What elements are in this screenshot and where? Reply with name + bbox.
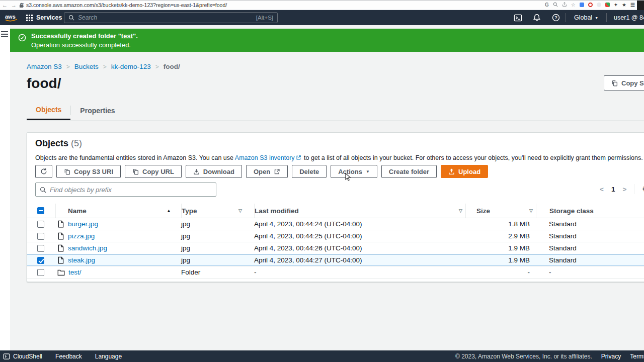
table-row[interactable]: pizza.jpgjpgApril 4, 2023, 00:44:25 (UTC…	[27, 230, 644, 242]
cloudshell-icon[interactable]	[508, 10, 527, 25]
breadcrumb-buckets[interactable]: Buckets	[74, 63, 99, 70]
download-button[interactable]: Download	[186, 165, 242, 178]
row-checkbox[interactable]	[37, 245, 44, 252]
column-name[interactable]: Name	[68, 207, 87, 215]
next-page-icon[interactable]: >	[622, 186, 626, 193]
aws-logo[interactable]: aws	[4, 13, 19, 22]
breadcrumb-separator-icon: >	[103, 63, 107, 70]
filter-input[interactable]	[50, 186, 212, 194]
sort-icon[interactable]: ▽	[238, 208, 242, 213]
row-checkbox[interactable]	[37, 233, 44, 240]
object-name-link[interactable]: test/	[68, 268, 82, 276]
breadcrumb-bucket[interactable]: kk-demo-123	[111, 63, 151, 70]
help-icon[interactable]: ?	[546, 10, 566, 25]
feedback-button[interactable]: Feedback	[55, 353, 82, 360]
sort-icon[interactable]: ▽	[529, 208, 533, 213]
extension-icon[interactable]: ★	[622, 2, 626, 8]
google-icon[interactable]: G	[545, 2, 549, 8]
tab-properties[interactable]: Properties	[71, 102, 124, 120]
create-folder-label: Create folder	[389, 168, 429, 175]
sort-icon[interactable]: ▽	[459, 208, 462, 213]
region-selector[interactable]: Global ▼	[566, 14, 606, 21]
sort-ascending-icon[interactable]: ▲	[167, 208, 171, 213]
column-last-modified[interactable]: Last modified	[255, 207, 299, 215]
tab-objects[interactable]: Objects	[27, 102, 70, 120]
copy-s3-uri-header-button[interactable]: Copy S3 URI	[604, 75, 644, 90]
browser-menu-icon[interactable]: ☰	[630, 2, 635, 8]
object-size: 2.9 MB	[465, 232, 536, 240]
privacy-link[interactable]: Privacy	[601, 353, 621, 360]
region-label: Global	[574, 14, 592, 21]
object-size: 1.8 MB	[465, 220, 536, 228]
select-all-checkbox[interactable]	[37, 207, 44, 214]
row-checkbox[interactable]	[37, 257, 44, 264]
s3-inventory-link[interactable]: Amazon S3 inventory	[235, 154, 295, 161]
console-footer: CloudShell Feedback Language © 2023, Ama…	[0, 350, 644, 362]
preferences-gear-icon[interactable]: ⚙	[642, 185, 644, 194]
table-row[interactable]: steak.jpgjpgApril 4, 2023, 00:44:27 (UTC…	[27, 254, 644, 266]
tab-baseline	[27, 120, 644, 121]
delete-button[interactable]: Delete	[292, 165, 327, 178]
copy-url-label: Copy URL	[142, 168, 174, 175]
terms-link[interactable]: Terms	[630, 353, 644, 360]
objects-table: Name ▲ Type ▽ Last modified ▽ Size ▽ Sto…	[27, 204, 644, 279]
previous-page-icon[interactable]: <	[600, 186, 604, 193]
address-bar[interactable]: s3.console.aws.amazon.com/s3/buckets/kk-…	[19, 2, 227, 8]
bookmark-star-icon[interactable]: ☆	[571, 2, 576, 8]
cloudshell-footer-button[interactable]: CloudShell	[3, 353, 42, 360]
table-row[interactable]: burger.jpgjpgApril 4, 2023, 00:44:24 (UT…	[27, 218, 644, 230]
copy-s3-uri-button[interactable]: Copy S3 URI	[56, 165, 121, 178]
object-name-link[interactable]: sandwich.jpg	[68, 244, 107, 252]
extension-icon[interactable]	[605, 3, 610, 7]
extension-icon[interactable]	[588, 3, 593, 7]
object-size: 1.9 MB	[465, 244, 536, 252]
object-size: -	[465, 268, 536, 276]
row-checkbox[interactable]	[37, 221, 44, 228]
column-size[interactable]: Size	[476, 207, 490, 215]
external-link-icon	[296, 155, 301, 160]
svg-text:?: ?	[554, 15, 557, 20]
objects-heading: Objects (5)	[35, 138, 82, 149]
object-storage-class: Standard	[536, 244, 644, 252]
row-checkbox[interactable]	[37, 269, 44, 276]
language-button[interactable]: Language	[95, 353, 122, 360]
extension-icon[interactable]	[580, 3, 584, 7]
menu-icon[interactable]	[1, 31, 8, 39]
cloudshell-terminal-icon	[3, 353, 10, 360]
table-row[interactable]: test/Folder---	[27, 266, 644, 279]
copy-s3-uri-label: Copy S3 URI	[621, 79, 644, 87]
create-folder-button[interactable]: Create folder	[381, 165, 437, 178]
tab-bar: Objects Properties	[27, 102, 124, 120]
created-folder-link[interactable]: test	[121, 32, 133, 40]
account-menu[interactable]: user1 @ 8418-609	[607, 14, 644, 21]
open-button[interactable]: Open	[246, 165, 288, 178]
copy-icon	[611, 80, 618, 86]
copy-url-button[interactable]: Copy URL	[125, 165, 182, 178]
column-type[interactable]: Type	[182, 207, 197, 215]
services-menu[interactable]: Services	[26, 14, 62, 21]
table-row[interactable]: sandwich.jpgjpgApril 4, 2023, 00:44:26 (…	[27, 242, 644, 254]
search-shortcut: [Alt+S]	[256, 15, 273, 21]
zoom-icon[interactable]	[553, 2, 558, 7]
upload-button[interactable]: Upload	[441, 165, 488, 178]
browser-back-icon[interactable]: ←	[2, 2, 8, 8]
object-name-link[interactable]: steak.jpg	[68, 256, 95, 264]
refresh-button[interactable]	[35, 165, 52, 178]
breadcrumb-amazon-s3[interactable]: Amazon S3	[27, 63, 62, 70]
share-icon[interactable]	[562, 2, 567, 7]
extension-icon[interactable]: ✦	[614, 2, 618, 8]
nav-search-input[interactable]	[78, 14, 253, 21]
collapsed-sidebar	[0, 25, 10, 350]
actions-dropdown-button[interactable]: Actions ▼	[331, 165, 377, 178]
object-name-link[interactable]: burger.jpg	[68, 220, 98, 228]
search-icon	[40, 187, 46, 193]
column-storage-class[interactable]: Storage class	[549, 207, 594, 215]
extension-icon[interactable]	[597, 3, 601, 7]
object-storage-class: Standard	[536, 256, 644, 264]
object-name-link[interactable]: pizza.jpg	[68, 232, 95, 240]
browser-forward-icon[interactable]: →	[11, 2, 17, 8]
browser-toolbar: ← → C s3.console.aws.amazon.com/s3/bucke…	[0, 0, 644, 10]
notifications-bell-icon[interactable]	[527, 10, 546, 25]
nav-search-box[interactable]: [Alt+S]	[64, 12, 278, 23]
page-number[interactable]: 1	[611, 186, 615, 193]
